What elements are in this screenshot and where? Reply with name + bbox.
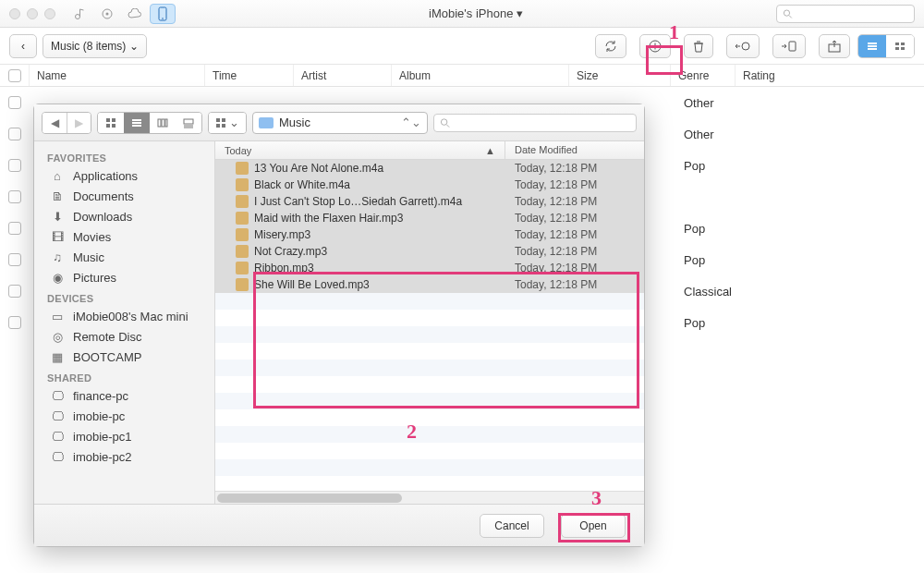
svg-rect-18 [895, 47, 899, 50]
row-checkbox[interactable] [8, 96, 21, 109]
row-checkbox[interactable] [8, 316, 21, 329]
sidebar-header-shared: SHARED [34, 367, 214, 385]
toolbar: ‹ Music (8 items) ⌄ [0, 28, 924, 65]
coverflow-view-button[interactable] [176, 113, 201, 133]
scrollbar-thumb[interactable] [217, 494, 402, 503]
to-device-button[interactable] [772, 34, 806, 58]
chevron-updown-icon: ⌄ [129, 40, 139, 53]
file-row[interactable]: Ribbon.mp3Today, 12:18 PM [215, 260, 644, 276]
row-checkbox[interactable] [8, 190, 21, 203]
sidebar-item-downloads[interactable]: ⬇Downloads [34, 206, 214, 226]
dialog-search-input[interactable] [433, 114, 637, 132]
empty-row [215, 459, 644, 476]
chevron-updown-icon: ⌃⌄ [401, 116, 421, 129]
device-tab-icon[interactable] [150, 4, 176, 24]
svg-point-5 [784, 9, 789, 15]
file-row[interactable]: Not Crazy.mp3Today, 12:18 PM [215, 243, 644, 260]
sidebar-item-movies[interactable]: 🎞Movies [34, 226, 214, 247]
col-today[interactable]: Today▲ [215, 141, 505, 159]
refresh-button[interactable] [595, 34, 626, 58]
col-album[interactable]: Album [392, 65, 569, 86]
arrange-menu[interactable]: ⌄ [208, 112, 247, 134]
list-view-button[interactable] [124, 113, 150, 133]
sidebar-header-favorites: FAVORITES [34, 147, 214, 165]
sidebar-item-remotedisc[interactable]: ◎Remote Disc [34, 326, 214, 347]
row-checkbox[interactable] [8, 285, 21, 298]
empty-row [215, 426, 644, 443]
file-icon [236, 278, 249, 291]
zoom-window-icon[interactable] [44, 8, 55, 19]
file-row[interactable]: I Just Can't Stop Lo…Siedah Garrett).m4a… [215, 193, 644, 210]
sidebar-item-shared[interactable]: 🖵imobie-pc [34, 406, 214, 426]
sidebar-item-shared[interactable]: 🖵finance-pc [34, 385, 214, 406]
select-all-checkbox[interactable] [0, 65, 30, 86]
add-button[interactable] [639, 34, 671, 58]
cloud-tab-icon[interactable] [122, 4, 148, 24]
downloads-icon: ⬇ [49, 209, 66, 224]
file-row[interactable]: 13 You Are Not Alone.m4aToday, 12:18 PM [215, 160, 644, 177]
sidebar-item-music[interactable]: ♫Music [34, 247, 214, 267]
movies-icon: 🎞 [49, 229, 66, 244]
path-selector[interactable]: Music ⌃⌄ [252, 112, 428, 134]
open-button[interactable]: Open [561, 514, 626, 538]
empty-row [215, 443, 644, 459]
row-checkbox[interactable] [8, 128, 21, 140]
global-search-input[interactable] [776, 5, 915, 23]
horizontal-scrollbar[interactable] [215, 491, 644, 504]
to-itunes-button[interactable] [726, 34, 760, 58]
export-button[interactable] [819, 34, 850, 58]
cancel-button[interactable]: Cancel [480, 514, 544, 538]
finder-sidebar: FAVORITES ⌂Applications 🗎Documents ⬇Down… [34, 141, 215, 504]
col-date-modified[interactable]: Date Modified [505, 141, 644, 159]
file-row[interactable]: Misery.mp3Today, 12:18 PM [215, 226, 644, 243]
empty-row [215, 326, 644, 343]
file-row[interactable]: She Will Be Loved.mp3Today, 12:18 PM [215, 276, 644, 293]
file-list-pane: Today▲ Date Modified 13 You Are Not Alon… [215, 141, 644, 504]
refresh-tab-icon[interactable] [94, 4, 120, 24]
window-title[interactable]: iMobie's iPhone ▾ [176, 6, 776, 20]
nav-forward-button[interactable]: ▶ [67, 113, 91, 133]
row-checkbox[interactable] [8, 253, 21, 266]
sidebar-item-pictures[interactable]: ◉Pictures [34, 267, 214, 287]
file-icon [236, 212, 249, 225]
icon-view-button[interactable] [98, 113, 124, 133]
sidebar-item-shared[interactable]: 🖵imobie-pc1 [34, 426, 214, 446]
col-artist[interactable]: Artist [294, 65, 392, 86]
sort-asc-icon: ▲ [485, 145, 495, 156]
back-button[interactable]: ‹ [9, 34, 37, 58]
sidebar-item-applications[interactable]: ⌂Applications [34, 165, 214, 186]
col-genre[interactable]: Genre [671, 65, 736, 86]
traffic-lights [9, 8, 55, 19]
file-row[interactable]: Black or White.m4aToday, 12:18 PM [215, 177, 644, 193]
close-window-icon[interactable] [9, 8, 20, 19]
table-header: Name Time Artist Album Size Genre Rating [0, 65, 924, 87]
col-rating[interactable]: Rating [736, 65, 924, 86]
svg-line-6 [789, 15, 792, 18]
row-checkbox[interactable] [8, 159, 21, 172]
grid-view-button[interactable] [886, 35, 914, 57]
svg-point-0 [76, 14, 80, 18]
col-time[interactable]: Time [205, 65, 294, 86]
search-icon [783, 8, 793, 19]
col-name[interactable]: Name [30, 65, 205, 86]
music-tab-icon[interactable] [67, 4, 92, 24]
svg-rect-28 [162, 119, 164, 127]
list-view-button[interactable] [858, 35, 886, 57]
delete-button[interactable] [684, 34, 713, 58]
sidebar-item-macmini[interactable]: ▭iMobie008's Mac mini [34, 306, 214, 326]
svg-rect-16 [895, 43, 899, 45]
nav-back-button[interactable]: ◀ [43, 113, 67, 133]
view-mode-segment [857, 34, 915, 58]
minimize-window-icon[interactable] [27, 8, 38, 19]
shared-pc-icon: 🖵 [49, 429, 66, 444]
sidebar-item-bootcamp[interactable]: ▦BOOTCAMP [34, 347, 214, 367]
breadcrumb[interactable]: Music (8 items) ⌄ [43, 34, 147, 58]
computer-icon: ▭ [49, 309, 66, 323]
search-icon [440, 117, 450, 128]
column-view-button[interactable] [150, 113, 176, 133]
sidebar-item-documents[interactable]: 🗎Documents [34, 186, 214, 206]
col-size[interactable]: Size [569, 65, 671, 86]
sidebar-item-shared[interactable]: 🖵imobie-pc2 [34, 446, 214, 467]
file-row[interactable]: Maid with the Flaxen Hair.mp3Today, 12:1… [215, 210, 644, 226]
row-checkbox[interactable] [8, 222, 21, 235]
